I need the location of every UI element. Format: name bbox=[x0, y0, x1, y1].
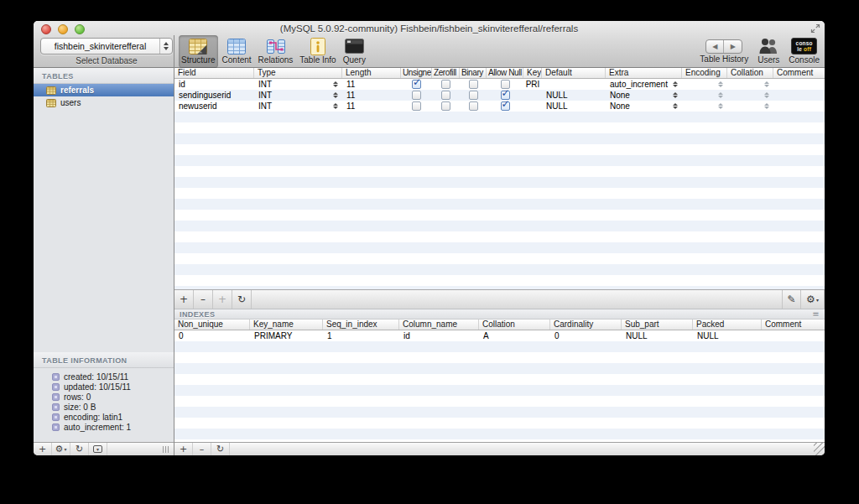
encoding-stepper-icon[interactable] bbox=[718, 81, 723, 87]
column-header-column-name[interactable]: Column_name bbox=[399, 320, 479, 330]
cell-key[interactable]: PRI bbox=[523, 79, 542, 90]
content-button[interactable]: Content bbox=[220, 35, 254, 68]
unsigned-checkbox[interactable] bbox=[412, 80, 421, 89]
column-header-length[interactable]: Length bbox=[342, 68, 401, 78]
type-stepper-icon[interactable] bbox=[333, 103, 338, 109]
cell-field[interactable]: id bbox=[174, 79, 254, 90]
close-window-icon[interactable] bbox=[41, 24, 51, 34]
allow-null-checkbox[interactable] bbox=[501, 101, 510, 111]
duplicate-field-button[interactable]: + bbox=[213, 290, 232, 309]
table-row[interactable]: id INT 11 PRI auto_increment bbox=[174, 79, 825, 90]
column-header-packed[interactable]: Packed bbox=[693, 320, 762, 330]
encoding-stepper-icon[interactable] bbox=[718, 103, 723, 109]
column-header-binary[interactable]: Binary bbox=[460, 68, 487, 78]
cell-key[interactable] bbox=[523, 101, 542, 112]
cell-key[interactable] bbox=[523, 90, 542, 101]
zerofill-checkbox[interactable] bbox=[441, 101, 450, 111]
table-row[interactable]: 0 PRIMARY 1 id A 0 NULL NULL bbox=[174, 330, 825, 341]
console-button[interactable]: conso le off Console bbox=[789, 35, 820, 65]
allow-null-checkbox[interactable] bbox=[501, 80, 510, 89]
cell-seq-in-index[interactable]: 1 bbox=[323, 330, 399, 341]
structure-button[interactable]: Structure bbox=[179, 35, 218, 68]
remove-index-button[interactable]: – bbox=[193, 443, 211, 455]
sidebar-resize-grip[interactable] bbox=[163, 446, 169, 453]
cell-type[interactable]: INT bbox=[254, 101, 342, 112]
encoding-stepper-icon[interactable] bbox=[718, 92, 723, 98]
extra-stepper-icon[interactable] bbox=[673, 92, 678, 98]
refresh-indexes-button[interactable]: ↻ bbox=[211, 443, 230, 455]
cell-collation[interactable]: A bbox=[479, 330, 550, 341]
cell-type[interactable]: INT bbox=[254, 79, 342, 90]
history-forward-icon[interactable]: ▶ bbox=[724, 40, 742, 53]
cell-cardinality[interactable]: 0 bbox=[550, 330, 622, 341]
table-row[interactable]: sendinguserid INT 11 NULL None bbox=[174, 90, 825, 101]
cell-non-unique[interactable]: 0 bbox=[174, 330, 250, 341]
table-row[interactable]: newuserid INT 11 NULL None bbox=[174, 101, 825, 112]
database-select[interactable]: fishbein_skinviterefferal bbox=[40, 38, 173, 55]
column-header-sub-part[interactable]: Sub_part bbox=[622, 320, 693, 330]
cell-sub-part[interactable]: NULL bbox=[622, 330, 693, 341]
extra-stepper-icon[interactable] bbox=[673, 103, 678, 109]
column-header-comment[interactable]: Comment bbox=[762, 320, 825, 330]
collation-stepper-icon[interactable] bbox=[764, 81, 769, 87]
cell-extra[interactable]: None bbox=[606, 101, 682, 112]
cell-collation[interactable] bbox=[727, 79, 773, 90]
field-gear-button[interactable]: ⚙▾ bbox=[801, 290, 825, 309]
cell-collation[interactable] bbox=[727, 90, 773, 101]
cell-default[interactable]: NULL bbox=[542, 101, 606, 112]
column-header-encoding[interactable]: Encoding bbox=[682, 68, 727, 78]
titlebar[interactable]: (MySQL 5.0.92-community) Fishbein/fishbe… bbox=[34, 21, 825, 35]
cell-default[interactable] bbox=[542, 79, 606, 90]
cell-length[interactable]: 11 bbox=[342, 79, 401, 90]
column-header-type[interactable]: Type bbox=[254, 68, 342, 78]
column-header-default[interactable]: Default bbox=[542, 68, 606, 78]
extra-stepper-icon[interactable] bbox=[673, 81, 678, 87]
column-header-field[interactable]: Field bbox=[174, 68, 254, 78]
type-stepper-icon[interactable] bbox=[333, 92, 338, 98]
zerofill-checkbox[interactable] bbox=[441, 91, 450, 100]
column-header-unsigned[interactable]: Unsigned bbox=[401, 68, 432, 78]
binary-checkbox[interactable] bbox=[469, 91, 478, 100]
cell-length[interactable]: 11 bbox=[342, 101, 401, 112]
add-index-button[interactable]: + bbox=[174, 443, 193, 455]
cell-field[interactable]: newuserid bbox=[174, 101, 254, 112]
table-gear-button[interactable]: ⚙▾ bbox=[52, 443, 70, 455]
cell-type[interactable]: INT bbox=[254, 90, 342, 101]
cell-key-name[interactable]: PRIMARY bbox=[250, 330, 323, 341]
column-header-zerofill[interactable]: Zerofill bbox=[432, 68, 460, 78]
sidebar-item-users[interactable]: users bbox=[34, 96, 174, 109]
cell-encoding[interactable] bbox=[682, 79, 727, 90]
toggle-drawer-button[interactable]: ▾ bbox=[89, 443, 107, 455]
table-info-button[interactable]: Table Info bbox=[297, 35, 338, 68]
cell-packed[interactable]: NULL bbox=[693, 330, 762, 341]
add-field-button[interactable]: + bbox=[174, 290, 194, 309]
collation-stepper-icon[interactable] bbox=[764, 103, 769, 109]
window-resize-grip[interactable] bbox=[814, 443, 825, 455]
column-header-key[interactable]: Key bbox=[523, 68, 542, 78]
collation-stepper-icon[interactable] bbox=[764, 92, 769, 98]
column-header-extra[interactable]: Extra bbox=[606, 68, 682, 78]
column-header-seq-in-index[interactable]: Seq_in_index bbox=[323, 320, 399, 330]
relations-button[interactable]: Relations bbox=[256, 35, 296, 68]
users-button[interactable]: Users bbox=[757, 35, 779, 65]
column-header-collation[interactable]: Collation bbox=[479, 320, 550, 330]
column-header-collation[interactable]: Collation bbox=[727, 68, 773, 78]
cell-collation[interactable] bbox=[727, 101, 773, 112]
query-button[interactable]: Query bbox=[341, 35, 368, 68]
cell-default[interactable]: NULL bbox=[542, 90, 606, 101]
database-select-stepper-icon[interactable] bbox=[159, 39, 172, 54]
binary-checkbox[interactable] bbox=[469, 80, 478, 89]
add-table-button[interactable]: + bbox=[34, 443, 52, 455]
column-header-non-unique[interactable]: Non_unique bbox=[174, 320, 250, 330]
fullscreen-icon[interactable] bbox=[810, 23, 820, 34]
cell-comment[interactable] bbox=[773, 101, 825, 112]
zerofill-checkbox[interactable] bbox=[441, 80, 450, 89]
unsigned-checkbox[interactable] bbox=[412, 91, 421, 100]
cell-comment[interactable] bbox=[773, 90, 825, 101]
column-header-allow-null[interactable]: Allow Null bbox=[487, 68, 523, 78]
refresh-fields-button[interactable]: ↻ bbox=[232, 290, 252, 309]
edit-field-button[interactable]: ✎ bbox=[782, 290, 801, 309]
cell-field[interactable]: sendinguserid bbox=[174, 90, 254, 101]
refresh-tables-button[interactable]: ↻ bbox=[70, 443, 89, 455]
column-header-cardinality[interactable]: Cardinality bbox=[550, 320, 622, 330]
